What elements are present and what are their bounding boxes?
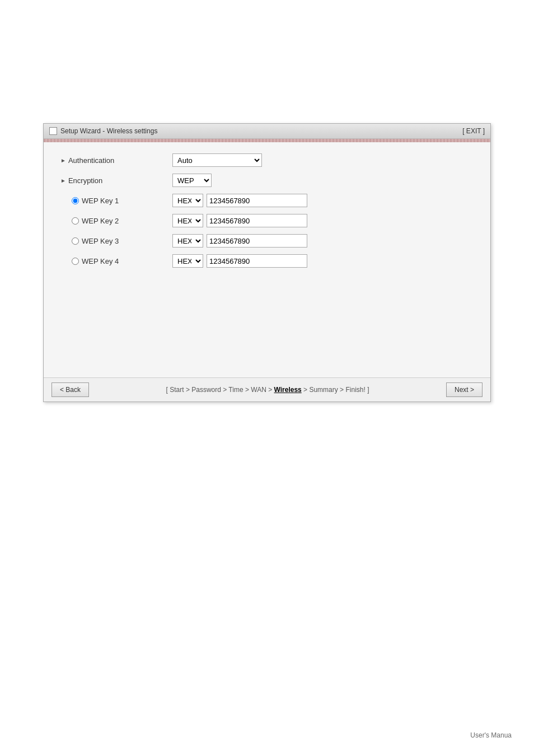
wep-key3-radio[interactable] [72,237,79,245]
encryption-row: ► Encryption WEP [60,174,474,187]
encryption-select[interactable]: WEP [172,174,212,187]
wep-key3-radio-label[interactable]: WEP Key 3 [72,237,119,245]
wep-key1-control: HEX [172,194,307,207]
authentication-row: ► Authentication Auto [60,153,474,167]
breadcrumb: [ Start > Password > Time > WAN > Wirele… [89,386,446,394]
back-button[interactable]: < Back [51,382,89,397]
wep-key2-label: WEP Key 2 [60,217,172,225]
dialog-title-area: Setup Wizard - Wireless settings [49,127,157,135]
encryption-control: WEP [172,174,212,187]
wep-key4-format-select[interactable]: HEX [172,254,203,268]
next-button[interactable]: Next > [446,382,483,397]
wep-key3-input[interactable] [207,234,307,248]
authentication-label: ► Authentication [60,156,172,165]
authentication-select[interactable]: Auto [172,153,262,167]
wep-key1-row: WEP Key 1 HEX [60,194,474,207]
wep-key1-radio-label[interactable]: WEP Key 1 [72,197,119,205]
wep-key4-radio[interactable] [72,258,79,265]
authentication-control: Auto [172,153,262,167]
wep-key1-label: WEP Key 1 [60,197,172,205]
setup-wizard-dialog: Setup Wizard - Wireless settings [ EXIT … [43,123,491,402]
wep-key2-control: HEX [172,214,307,227]
wep-key2-format-select[interactable]: HEX [172,214,203,227]
wep-key1-radio[interactable] [72,197,79,204]
current-step: Wireless [274,386,302,394]
wep-key4-radio-label[interactable]: WEP Key 4 [72,257,119,265]
wep-key2-input[interactable] [207,214,307,227]
dialog-footer: < Back [ Start > Password > Time > WAN >… [44,377,490,402]
dialog-icon [49,127,57,135]
dialog-body: ► Authentication Auto ► Encryption WE [44,142,490,377]
wep-key4-label: WEP Key 4 [60,257,172,265]
wep-key4-row: WEP Key 4 HEX [60,254,474,268]
wep-key1-input[interactable] [207,194,307,207]
wep-key4-control: HEX [172,254,307,268]
wep-key2-radio-label[interactable]: WEP Key 2 [72,217,119,225]
wep-key3-control: HEX [172,234,307,248]
authentication-arrow-icon: ► [60,157,66,164]
encryption-label: ► Encryption [60,176,172,185]
dialog-title: Setup Wizard - Wireless settings [60,127,157,135]
wep-key3-format-select[interactable]: HEX [172,234,203,248]
page-note: User's Manua [470,731,512,739]
wep-key3-label: WEP Key 3 [60,237,172,245]
wep-key2-radio[interactable] [72,217,79,225]
encryption-arrow-icon: ► [60,178,66,184]
exit-button[interactable]: [ EXIT ] [462,127,485,135]
dialog-header: Setup Wizard - Wireless settings [ EXIT … [44,124,490,139]
wep-key1-format-select[interactable]: HEX [172,194,203,207]
wep-key4-input[interactable] [207,254,307,268]
wep-key2-row: WEP Key 2 HEX [60,214,474,227]
wep-key3-row: WEP Key 3 HEX [60,234,474,248]
